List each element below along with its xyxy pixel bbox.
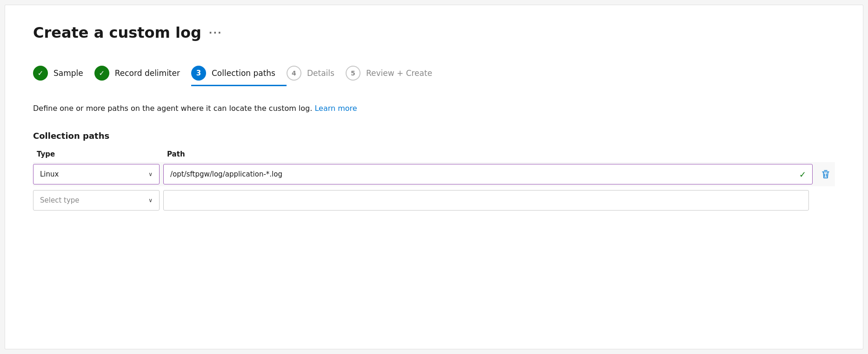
step-review-create-label: Review + Create <box>366 68 432 78</box>
step-record-delimiter[interactable]: ✓ Record delimiter <box>94 60 191 86</box>
chevron-down-icon-2: ∨ <box>148 197 153 204</box>
page-title-row: Create a custom log ··· <box>33 24 835 41</box>
learn-more-link[interactable]: Learn more <box>314 104 357 113</box>
step-collection-paths-label: Collection paths <box>212 68 275 78</box>
wizard-steps: ✓ Sample ✓ Record delimiter 3 Collection… <box>33 60 835 86</box>
path-input-wrapper-1: ✓ <box>163 164 813 184</box>
step-collection-paths-circle: 3 <box>191 66 206 81</box>
step-details-circle: 4 <box>287 66 301 81</box>
page-title: Create a custom log <box>33 24 201 41</box>
step-sample[interactable]: ✓ Sample <box>33 60 94 86</box>
collection-paths-section: Collection paths Type Path Linux ∨ ✓ <box>33 131 835 212</box>
description-row: Define one or more paths on the agent wh… <box>33 103 835 114</box>
step-sample-label: Sample <box>53 68 83 78</box>
more-options-icon[interactable]: ··· <box>209 27 222 38</box>
section-title: Collection paths <box>33 131 835 141</box>
step-record-delimiter-circle: ✓ <box>94 66 109 81</box>
step-review-create[interactable]: 5 Review + Create <box>346 60 443 86</box>
step-record-delimiter-label: Record delimiter <box>115 68 180 78</box>
page-container: Create a custom log ··· ✓ Sample ✓ Recor… <box>0 0 868 354</box>
path-input-empty[interactable] <box>163 190 809 211</box>
path-input-wrapper-2 <box>163 190 809 211</box>
type-dropdown-empty-placeholder: Select type <box>40 196 80 204</box>
main-panel: Create a custom log ··· ✓ Sample ✓ Recor… <box>5 5 863 349</box>
step-details-label: Details <box>307 68 334 78</box>
type-dropdown-empty[interactable]: Select type ∨ <box>33 190 160 211</box>
col-path-header: Path <box>163 150 835 158</box>
table-row: Select type ∨ <box>33 188 835 212</box>
type-dropdown-linux[interactable]: Linux ∨ <box>33 164 160 184</box>
step-review-create-circle: 5 <box>346 66 361 81</box>
paths-header-row: Type Path <box>33 150 835 162</box>
delete-row-button[interactable] <box>816 165 835 184</box>
step-collection-paths[interactable]: 3 Collection paths <box>191 60 287 86</box>
col-type-header: Type <box>33 150 163 158</box>
paths-rows: Linux ∨ ✓ <box>33 162 835 212</box>
chevron-down-icon: ∨ <box>148 171 153 177</box>
type-dropdown-linux-value: Linux <box>40 170 59 178</box>
table-row: Linux ∨ ✓ <box>33 162 835 186</box>
check-icon: ✓ <box>799 170 806 179</box>
description-text: Define one or more paths on the agent wh… <box>33 104 312 113</box>
trash-icon <box>821 170 830 179</box>
path-input-linux[interactable] <box>163 164 813 184</box>
step-details[interactable]: 4 Details <box>287 60 346 86</box>
step-sample-circle: ✓ <box>33 66 48 81</box>
